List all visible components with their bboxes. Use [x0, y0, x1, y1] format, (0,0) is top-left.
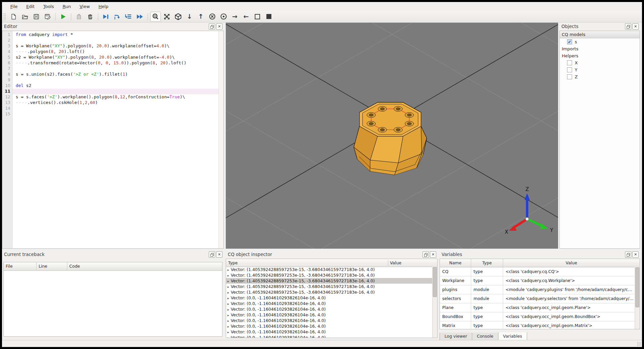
inspector-row[interactable]: ▸Vector: (0.0, -1.1604610293826104e-16, … [226, 312, 433, 318]
render-button[interactable] [58, 12, 69, 22]
traceback-float-button[interactable] [209, 251, 215, 258]
variable-row[interactable]: selectorsmodule<module 'cadquery.selecto… [440, 294, 640, 303]
expand-arrow-icon[interactable]: ▸ [227, 274, 229, 277]
variables-scrollbar[interactable] [635, 267, 640, 329]
variable-row[interactable]: BoundBoxtype<class 'cadquery.occ_impl.ge… [440, 312, 640, 321]
scrollbar-thumb[interactable] [635, 267, 639, 307]
iso-view-button[interactable] [173, 12, 183, 22]
expand-arrow-icon[interactable]: ▸ [227, 319, 229, 323]
variables-close-button[interactable]: ✕ [632, 251, 639, 258]
inspector-row[interactable]: ▸Vector: (0.0, -1.1604610293826104e-16, … [226, 306, 433, 312]
code-text: s = s.faces('>Z').workplane().polygon(8,… [16, 94, 218, 100]
inspector-row[interactable]: ▸Vector: (0.0, -1.1604610293826104e-16, … [226, 335, 433, 338]
inspector-table: Type Value ▸Vector: (1.4053924288597253e… [226, 259, 438, 338]
expand-arrow-icon[interactable]: ▸ [227, 268, 229, 272]
variables-float-button[interactable] [625, 251, 631, 258]
expand-arrow-icon[interactable]: ▸ [227, 336, 229, 338]
scrollbar-thumb[interactable] [433, 267, 437, 297]
menu-run[interactable]: Run [58, 3, 75, 10]
view-top-button[interactable]: ↑ [195, 12, 206, 22]
inspector-row[interactable]: ▸Vector: (0.0, -1.1604610293826104e-16, … [226, 329, 433, 335]
open-file-button[interactable] [20, 12, 30, 22]
tree-item-y[interactable]: Y [560, 66, 640, 73]
checkbox-y[interactable] [567, 67, 572, 72]
inspector-float-button[interactable] [423, 251, 429, 258]
3d-viewport[interactable]: Z X Y [226, 23, 558, 249]
expand-arrow-icon[interactable]: ▸ [227, 296, 229, 300]
expand-arrow-icon[interactable]: ▸ [227, 291, 229, 294]
resize-grip[interactable] [637, 342, 641, 346]
inspector-row[interactable]: ▸Vector: (0.0, -1.1604610293826104e-16, … [226, 295, 433, 301]
tree-item-s[interactable]: ✔s [560, 38, 640, 45]
delete-button[interactable] [85, 12, 96, 22]
inspector-row[interactable]: ▸Vector: (1.4053924288597253e-15, -3.680… [226, 278, 433, 284]
variable-row[interactable]: Planetype<class 'cadquery.occ_impl.geom.… [440, 303, 640, 312]
expand-arrow-icon[interactable]: ▸ [227, 285, 229, 289]
debug-button[interactable] [101, 12, 111, 22]
menu-file[interactable]: File [6, 3, 22, 10]
code-editor[interactable]: 1from cadquery import *23s = Workplane("… [2, 31, 224, 249]
expand-arrow-icon[interactable]: ▸ [227, 308, 229, 311]
tree-item-imports[interactable]: Imports [560, 45, 640, 52]
code-line: 5s2 = Workplane("XY").polygon(8, 20.0).w… [2, 55, 218, 60]
wireframe-button[interactable] [252, 12, 263, 22]
variable-row[interactable]: pluginsmodule<module 'cadquery.plugins' … [440, 285, 640, 294]
inspector-row[interactable]: ▸Vector: (0.0, -1.1604610293826104e-16, … [226, 323, 433, 329]
expand-arrow-icon[interactable]: ▸ [227, 279, 229, 283]
new-file-button[interactable] [8, 12, 19, 22]
objects-close-button[interactable]: ✕ [632, 23, 639, 30]
code-line: 2 [2, 38, 218, 43]
shaded-button[interactable] [263, 12, 274, 22]
view-bottom-button[interactable]: ↓ [184, 12, 195, 22]
traceback-close-button[interactable]: ✕ [216, 251, 222, 258]
checkbox-s[interactable]: ✔ [567, 39, 572, 44]
tree-item-helpers[interactable]: Helpers [560, 52, 640, 59]
tree-item-cq-models[interactable]: CQ models [560, 31, 640, 38]
save-as-button[interactable] [42, 12, 53, 22]
view-left-button[interactable]: ← [241, 12, 251, 22]
save-button[interactable] [31, 12, 42, 22]
menu-tools[interactable]: Tools [39, 3, 58, 10]
view-back-button[interactable] [207, 12, 217, 22]
variable-row[interactable]: CQtype<class 'cadquery.cq.CQ'> [440, 267, 640, 276]
inspector-close-button[interactable]: ✕ [430, 251, 436, 258]
expand-arrow-icon[interactable]: ▸ [227, 313, 229, 317]
checkbox-z[interactable] [567, 74, 572, 79]
editor-close-button[interactable]: ✕ [216, 23, 222, 30]
clipboard-button[interactable] [74, 12, 84, 22]
checkbox-x[interactable] [567, 60, 572, 65]
editor-float-button[interactable] [209, 23, 215, 30]
tree-item-z[interactable]: Z [560, 73, 640, 80]
inspector-row[interactable]: ▸Vector: (1.4053924288597253e-15, -3.680… [226, 272, 433, 278]
menu-help[interactable]: Help [94, 3, 113, 10]
variable-name: Plane [440, 303, 471, 312]
step-button[interactable] [112, 12, 123, 22]
view-front-button[interactable] [218, 12, 229, 22]
inspector-row[interactable]: ▸Vector: (1.4053924288597253e-15, -3.680… [226, 284, 433, 289]
inspector-row[interactable]: ▸Vector: (0.0, -1.1604610293826104e-16, … [226, 301, 433, 306]
fit-view-button[interactable] [150, 12, 161, 22]
menu-view[interactable]: View [75, 3, 94, 10]
view-right-button[interactable]: → [229, 12, 240, 22]
fit-all-button[interactable] [161, 12, 172, 22]
continue-button[interactable] [135, 12, 145, 22]
code-text [13, 89, 218, 94]
expand-arrow-icon[interactable]: ▸ [227, 302, 229, 306]
arrow-left-icon: ← [243, 13, 249, 20]
inspector-row[interactable]: ▸Vector: (0.0, -1.1604610293826104e-16, … [226, 318, 433, 323]
variable-row[interactable]: Matrixtype<class 'cadquery.occ_impl.geom… [440, 321, 640, 329]
tree-item-x[interactable]: X [560, 59, 640, 66]
toolbar-drag-handle[interactable] [3, 13, 6, 20]
inspector-row[interactable]: ▸Vector: (1.4053924288597253e-15, -3.680… [226, 267, 433, 272]
variable-row[interactable]: Workplanetype<class 'cadquery.cq.Workpla… [440, 276, 640, 285]
objects-float-button[interactable] [625, 23, 631, 30]
inspector-row-text: Vector: (1.4053924288597253e-15, -3.6804… [231, 290, 375, 295]
expand-arrow-icon[interactable]: ▸ [227, 325, 229, 328]
expand-arrow-icon[interactable]: ▸ [227, 330, 229, 334]
step-into-button[interactable] [123, 12, 134, 22]
editor-scrollbar[interactable] [218, 31, 223, 248]
menu-edit[interactable]: Edit [22, 3, 39, 10]
inspector-scrollbar[interactable] [432, 267, 437, 338]
line-number: 6 [2, 60, 10, 65]
inspector-row[interactable]: ▸Vector: (1.4053924288597253e-15, -3.680… [226, 289, 433, 295]
